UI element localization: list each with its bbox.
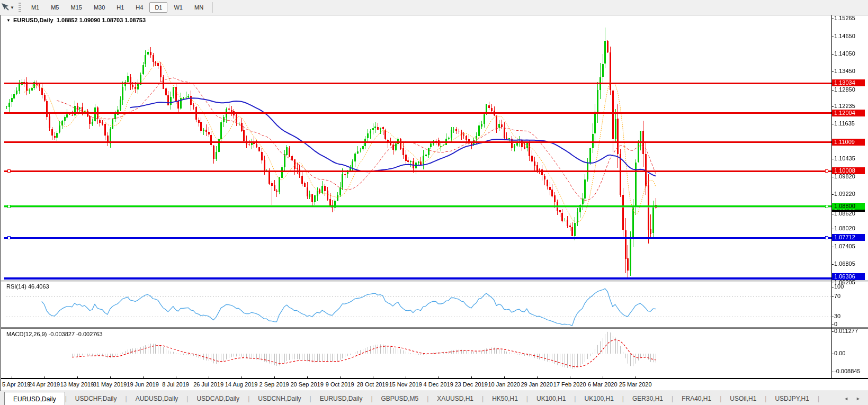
timeframe-button-m1[interactable]: M1 — [26, 2, 44, 13]
timeframe-button-d1[interactable]: D1 — [149, 2, 167, 13]
price-level-badge: 1.13034 — [832, 79, 865, 86]
chart-symbol-title: EURUSD,Daily — [13, 17, 53, 23]
tab-uk100-h1-9[interactable]: UK100,H1 — [528, 391, 574, 405]
tab-usoil-h1-13[interactable]: USOil,H1 — [721, 391, 765, 405]
timeframe-button-m30[interactable]: M30 — [88, 2, 110, 13]
price-axis-label: 1.10435 — [834, 155, 855, 161]
date-label: 25 Mar 2020 — [612, 381, 659, 388]
chart-tab-bar: EURUSD,Daily|USDCHF,Daily|AUDUSD,Daily|U… — [0, 391, 868, 405]
tab-eurusd-daily-0[interactable]: EURUSD,Daily — [4, 392, 65, 405]
price-axis-label: 1.06805 — [834, 260, 855, 267]
price-axis-label: 1.07405 — [834, 243, 855, 249]
tab-ger30-h1-11[interactable]: GER30,H1 — [624, 391, 672, 405]
tab-usdjpy-h1-14[interactable]: USDJPY,H1 — [766, 391, 817, 405]
tab-usdcad-daily-3[interactable]: USDCAD,Daily — [188, 391, 248, 405]
timeframe-button-mn[interactable]: MN — [189, 2, 209, 13]
timeframe-button-w1[interactable]: W1 — [168, 2, 188, 13]
toolbar-drag-handle[interactable] — [19, 3, 21, 12]
tab-hk50-h1-8[interactable]: HK50,H1 — [484, 391, 526, 405]
tab-scroll-right-icon[interactable]: ► — [856, 396, 861, 401]
indicator-axis-label: 0.00 — [834, 350, 845, 356]
chart-ohlc-values: 1.08852 1.09090 1.08703 1.08753 — [57, 17, 146, 23]
toolbar-separator — [212, 2, 213, 13]
price-level-badge: 1.10008 — [832, 167, 865, 174]
price-level-badge: 1.06306 — [832, 273, 865, 280]
price-level-badge: 1.12004 — [832, 110, 865, 116]
tab-gbpusd-m5-6[interactable]: GBPUSD,M5 — [373, 391, 427, 405]
price-axis-label: 1.13450 — [834, 68, 855, 74]
tab-uk100-h1-10[interactable]: UK100,H1 — [576, 391, 622, 405]
chart-window: ▼EURUSD,Daily 1.08852 1.09090 1.08703 1.… — [0, 15, 868, 391]
timeframe-toolbar: ▼ M1M5M15M30H1H4D1W1MN — [0, 0, 868, 15]
timeframe-button-m5[interactable]: M5 — [46, 2, 64, 13]
price-axis-label: 1.09220 — [834, 191, 855, 197]
chart-title: ▼EURUSD,Daily 1.08852 1.09090 1.08703 1.… — [6, 17, 146, 23]
tab-usdcnh-daily-4[interactable]: USDCNH,Daily — [249, 391, 309, 405]
price-level-badge: 1.08800 — [832, 203, 865, 210]
tab-separator: | — [818, 391, 819, 405]
chevron-down-icon[interactable]: ▼ — [10, 5, 14, 10]
indicator-axis-label: 70 — [834, 293, 840, 299]
price-axis-label: 1.14050 — [834, 50, 855, 57]
tab-fra40-h1-12[interactable]: FRA40,H1 — [673, 391, 720, 405]
price-level-badge: 1.11009 — [832, 139, 865, 146]
price-axis-label: 1.14650 — [834, 33, 855, 39]
crosshair-cursor-icon[interactable] — [1, 3, 9, 13]
tab-usdchf-daily-1[interactable]: USDCHF,Daily — [67, 391, 126, 405]
price-chart-canvas[interactable] — [1, 15, 868, 380]
tab-audusd-daily-2[interactable]: AUDUSD,Daily — [127, 391, 187, 405]
price-axis-label: 1.15265 — [834, 15, 855, 21]
price-axis-label: 1.12235 — [834, 103, 855, 109]
tab-xauusd-h1-7[interactable]: XAUUSD,H1 — [428, 391, 482, 405]
timeframe-button-h4[interactable]: H4 — [130, 2, 148, 13]
rsi-indicator-label: RSI(14) 46.4063 — [6, 283, 49, 290]
triangle-down-icon: ▼ — [6, 18, 11, 23]
price-level-badge: 1.07712 — [832, 234, 865, 241]
price-axis-label: 1.11635 — [834, 120, 855, 127]
price-axis-label: 1.12850 — [834, 86, 855, 93]
indicator-axis-label: 30 — [834, 313, 840, 319]
timeframe-button-m15[interactable]: M15 — [65, 2, 87, 13]
trading-platform-window: ▼ M1M5M15M30H1H4D1W1MN ▼EURUSD,Daily 1.0… — [0, 0, 868, 405]
indicator-axis-label: -0.008845 — [834, 368, 861, 374]
indicator-axis-label: 0.011277 — [834, 328, 858, 334]
tab-scroll-left-icon[interactable]: ◄ — [844, 396, 848, 401]
timeframe-button-h1[interactable]: H1 — [111, 2, 129, 13]
indicator-axis-label: 0 — [834, 321, 837, 327]
macd-indicator-label: MACD(12,26,9) -0.003827 -0.002763 — [6, 331, 103, 337]
indicator-axis-label: 100 — [834, 283, 844, 290]
tab-eurusd-daily-5[interactable]: EURUSD,Daily — [311, 391, 371, 405]
price-axis-label: 1.08020 — [834, 225, 855, 231]
